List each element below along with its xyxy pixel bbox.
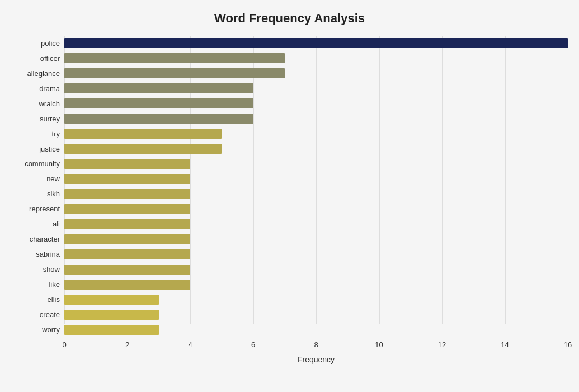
- bar: [64, 265, 190, 275]
- bar-row: [64, 216, 568, 232]
- bar: [64, 249, 190, 259]
- bar-row: [64, 36, 568, 51]
- bar: [64, 129, 222, 139]
- grid-line: [568, 36, 568, 324]
- y-label: community: [11, 160, 64, 167]
- y-label: like: [11, 281, 64, 288]
- chart-container: Word Frequency Analysis policeofficerall…: [0, 0, 579, 392]
- y-label: character: [11, 235, 64, 243]
- bar: [64, 174, 190, 184]
- bar: [64, 189, 190, 199]
- bar-row: [64, 126, 568, 141]
- bars-list: [64, 36, 568, 338]
- bar-row: [64, 277, 568, 292]
- bar-row: [64, 292, 568, 307]
- bar-row: [64, 51, 568, 66]
- y-label: allegiance: [11, 70, 64, 77]
- bar: [64, 204, 190, 214]
- x-tick-label: 0: [62, 341, 66, 349]
- y-label: wraich: [11, 100, 64, 107]
- bar-row: [64, 262, 568, 277]
- x-tick-label: 10: [375, 341, 383, 349]
- y-label: ali: [11, 220, 64, 228]
- bar: [64, 234, 190, 244]
- y-label: sikh: [11, 190, 64, 197]
- y-axis-labels: policeofficerallegiancedramawraichsurrey…: [11, 36, 64, 338]
- bar-row: [64, 157, 568, 172]
- y-label: sabrina: [11, 251, 64, 258]
- x-tick-label: 16: [564, 341, 572, 349]
- bar: [64, 98, 253, 108]
- bar: [64, 295, 159, 305]
- y-label: represent: [11, 205, 64, 212]
- bar-row: [64, 96, 568, 111]
- bar-row: [64, 232, 568, 247]
- bar: [64, 68, 285, 78]
- bar-row: [64, 187, 568, 202]
- x-tick-label: 14: [501, 341, 509, 349]
- bar-row: [64, 247, 568, 262]
- bar-row: [64, 307, 568, 322]
- bar-row: [64, 111, 568, 126]
- bar-row: [64, 201, 568, 216]
- x-tick-label: 6: [251, 341, 255, 349]
- y-label: surrey: [11, 115, 64, 122]
- bar: [64, 114, 253, 124]
- x-tick-label: 4: [188, 341, 192, 349]
- y-label: drama: [11, 85, 64, 92]
- bar: [64, 325, 159, 335]
- y-label: new: [11, 175, 64, 182]
- x-axis-label: Frequency: [64, 355, 568, 364]
- y-label: try: [11, 130, 64, 138]
- y-label: create: [11, 311, 64, 318]
- x-tick-label: 2: [125, 341, 129, 349]
- bar: [64, 219, 190, 229]
- y-label: justice: [11, 145, 64, 153]
- bar: [64, 53, 285, 63]
- bar: [64, 38, 568, 48]
- bar: [64, 280, 190, 290]
- bar: [64, 144, 222, 154]
- y-label: worry: [11, 326, 64, 333]
- bar: [64, 310, 159, 320]
- bars-section: [64, 36, 568, 338]
- bar-row: [64, 322, 568, 337]
- bar-row: [64, 172, 568, 187]
- chart-area: policeofficerallegiancedramawraichsurrey…: [11, 36, 568, 338]
- bar-row: [64, 81, 568, 96]
- bar: [64, 159, 190, 169]
- bar-row: [64, 141, 568, 157]
- bar-row: [64, 66, 568, 81]
- bar: [64, 83, 253, 93]
- x-tick-label: 8: [314, 341, 318, 349]
- x-axis: 0246810121416: [64, 338, 568, 353]
- x-axis-section: 0246810121416 Frequency: [64, 338, 568, 364]
- y-label: officer: [11, 55, 64, 62]
- y-label: police: [11, 40, 64, 47]
- y-label: show: [11, 266, 64, 273]
- chart-title: Word Frequency Analysis: [11, 11, 568, 26]
- x-tick-label: 12: [438, 341, 446, 349]
- y-label: ellis: [11, 296, 64, 303]
